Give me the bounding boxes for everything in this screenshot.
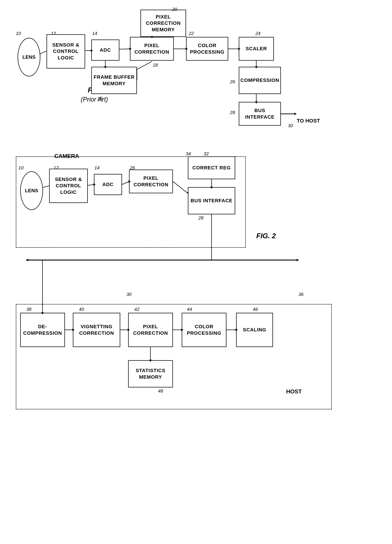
fig1-color-processing: COLOR PROCESSING <box>186 37 228 61</box>
fig2-ref-40: 40 <box>79 307 84 312</box>
fig1-lens-label: LENS <box>23 54 36 60</box>
fig1-pixel-correction: PIXEL CORRECTION <box>130 37 174 61</box>
fig1-bus-interface: BUS INTERFACE <box>239 102 281 126</box>
fig2-statistics-memory: STATISTICS MEMORY <box>128 360 173 387</box>
fig1-pixel-correction-memory: PIXEL CORRECTION MEMORY <box>140 10 186 37</box>
fig1-adc: ADC <box>91 40 119 61</box>
fig2-ref-28: 28 <box>198 215 203 221</box>
fig2-ref-46: 46 <box>253 307 258 312</box>
fig1-compression: COMPRESSION <box>239 67 281 94</box>
fig1-sensor-control-logic: SENSOR & CONTROL LOGIC <box>46 34 85 69</box>
fig2-ref-44: 44 <box>187 307 192 312</box>
svg-line-0 <box>40 51 46 54</box>
svg-line-19 <box>137 61 152 69</box>
fig2-ref-14: 14 <box>94 165 99 171</box>
svg-line-3 <box>119 49 130 49</box>
fig2-ref-48: 48 <box>158 388 163 394</box>
fig2-correct-reg: CORRECT REG <box>188 156 235 179</box>
fig1-ref-10: 10 <box>16 31 21 36</box>
fig2-lens-label: LENS <box>25 188 38 194</box>
fig2-ref-30: 30 <box>127 292 132 297</box>
fig1-lens-box: LENS <box>17 38 40 77</box>
svg-marker-35 <box>297 259 299 261</box>
fig2-lens-box: LENS <box>20 171 43 210</box>
fig2-ref-10: 10 <box>18 165 23 171</box>
fig2-ref-42: 42 <box>134 307 139 312</box>
svg-marker-34 <box>26 259 28 261</box>
fig1-ref-20: 20 <box>172 7 177 12</box>
fig2-scaling: SCALING <box>236 313 273 347</box>
fig1-ref-16: 16 <box>98 96 103 101</box>
fig2-sensor-control-logic: SENSOR & CONTROL LOGIC <box>49 169 88 203</box>
fig2-adc: ADC <box>94 174 122 195</box>
fig1-ref-14: 14 <box>92 31 97 36</box>
fig1-to-host: TO HOST <box>297 118 320 124</box>
fig2-host-label: HOST <box>286 388 302 395</box>
fig2-title: FIG. 2 <box>256 232 276 240</box>
fig1-ref-24: 24 <box>255 31 260 36</box>
diagram-container: FIG. 1 (Prior Art) LENS 10 12 SENSOR & C… <box>0 0 392 544</box>
fig2-pixel-correction: PIXEL CORRECTION <box>129 170 173 193</box>
fig2-camera-label: CAMERA <box>54 153 79 159</box>
fig1-subtitle: (Prior Art) <box>81 96 108 103</box>
fig1-ref-22: 22 <box>189 31 194 36</box>
fig2-bus-interface: BUS INTERFACE <box>188 187 235 214</box>
fig2-ref-34: 34 <box>186 151 191 157</box>
fig1-frame-buffer-memory: FRAME BUFFER MEMORY <box>91 67 137 94</box>
fig2-pixel-correction2: PIXEL CORRECTION <box>128 313 173 347</box>
connections-svg <box>0 0 392 544</box>
svg-marker-21 <box>294 113 297 115</box>
fig2-de-compression: DE-COMPRESSION <box>20 313 65 347</box>
fig2-vignetting-correction: VIGNETTING CORRECTION <box>73 313 120 347</box>
fig1-ref-30: 30 <box>288 123 293 129</box>
fig1-scaler: SCALER <box>239 37 274 61</box>
fig1-ref-18: 18 <box>153 62 158 68</box>
fig2-color-processing: COLOR PROCESSING <box>182 313 226 347</box>
fig2-ref-36: 36 <box>298 292 304 297</box>
fig1-ref-26: 26 <box>230 79 235 84</box>
fig2-ref-38: 38 <box>26 307 31 312</box>
fig2-ref-32: 32 <box>204 151 209 157</box>
fig1-ref-28: 28 <box>230 110 235 115</box>
